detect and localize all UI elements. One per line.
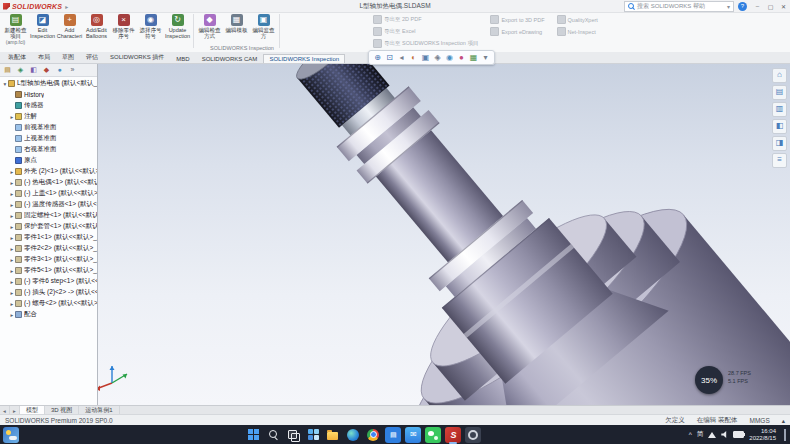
tree-item-2[interactable]: ▸注解 bbox=[0, 111, 97, 122]
ribbon-edit-inspection-method-button[interactable]: ◆编辑检查方式 bbox=[196, 12, 223, 39]
ribbon-tab-inspection[interactable]: SOLIDWORKS Inspection bbox=[263, 54, 345, 63]
ribbon-update-inspection-project-button[interactable]: ↻Update Inspection Project bbox=[164, 12, 191, 39]
display-manager-tab[interactable]: ● bbox=[54, 64, 65, 75]
file-explorer-tab[interactable]: ▥ bbox=[772, 102, 787, 117]
tree-item-10[interactable]: ▸(-) 温度传感器<1> (默认<<默认>_显 bbox=[0, 199, 97, 210]
ribbon-tab-cam[interactable]: SOLIDWORKS CAM bbox=[196, 54, 264, 63]
status-expand-caret-icon[interactable]: ▴ bbox=[782, 417, 785, 425]
hide-show-items-button[interactable]: ◉ bbox=[444, 52, 455, 63]
widgets-icon[interactable] bbox=[305, 427, 321, 443]
export-3d-pdf-button[interactable]: Export to 3D PDF bbox=[490, 15, 544, 24]
explorer-icon[interactable] bbox=[325, 427, 341, 443]
battery-icon[interactable] bbox=[733, 431, 744, 438]
search-caret-icon[interactable]: ▾ bbox=[727, 3, 730, 10]
dimxpert-manager-tab[interactable]: ◆ bbox=[41, 64, 52, 75]
design-library-tab[interactable]: ▤ bbox=[772, 85, 787, 100]
wechat-icon[interactable] bbox=[425, 427, 441, 443]
export-2d-pdf-button[interactable]: 导出至 2D PDF bbox=[373, 15, 478, 24]
help-search-box[interactable]: 搜索 SOLIDWORKS 帮助 ▾ bbox=[624, 1, 734, 12]
ribbon-edit-supervision-method-button[interactable]: ▣编辑监查方 bbox=[250, 12, 277, 39]
volume-icon[interactable] bbox=[721, 431, 728, 438]
custom-properties-tab[interactable]: ≡ bbox=[772, 153, 787, 168]
ribbon-tab-mbd[interactable]: MBD bbox=[170, 54, 195, 63]
chrome-icon[interactable] bbox=[365, 427, 381, 443]
tree-item-12[interactable]: ▸保护套管<1> (默认<<默认>_显示状 bbox=[0, 221, 97, 232]
start-icon[interactable] bbox=[245, 427, 261, 443]
taskview-icon[interactable] bbox=[285, 427, 301, 443]
tree-item-19[interactable]: ▸(-) 螺母<2> (默认<<默认>_显示状 bbox=[0, 298, 97, 309]
tree-item-14[interactable]: ▸零件2<2> (默认<<默认>_显示状态 bbox=[0, 243, 97, 254]
model-assembly[interactable] bbox=[183, 63, 790, 405]
ribbon-tab-evaluate[interactable]: 评估 bbox=[80, 51, 104, 63]
ribbon-remove-balloons-button[interactable]: ×移除零件序号 bbox=[110, 12, 137, 39]
export-edrawing-button[interactable]: Export eDrawing bbox=[490, 27, 544, 36]
apply-scene-button[interactable]: ▦ bbox=[468, 52, 479, 63]
model-3d-view[interactable] bbox=[0, 63, 790, 405]
previous-view-button[interactable]: ◂ bbox=[396, 52, 407, 63]
help-icon[interactable]: ? bbox=[738, 2, 747, 11]
maximize-button[interactable]: ▢ bbox=[764, 0, 777, 12]
search-icon[interactable] bbox=[265, 427, 281, 443]
display-style-button[interactable]: ◈ bbox=[432, 52, 443, 63]
edge-icon[interactable] bbox=[345, 427, 361, 443]
settings-icon[interactable] bbox=[465, 427, 481, 443]
solidworks-resources-tab[interactable]: ⌂ bbox=[772, 68, 787, 83]
featuremanager-tree-tab[interactable]: ▤ bbox=[2, 64, 13, 75]
tree-item-9[interactable]: ▸(-) 上盖<1> (默认<<默认>_显示状态 bbox=[0, 188, 97, 199]
tree-item-1[interactable]: 传感器 bbox=[0, 100, 97, 111]
ribbon-edit-template-button[interactable]: ▦编辑模板 bbox=[223, 12, 250, 33]
ribbon-tab-assembly[interactable]: 装配体 bbox=[2, 51, 32, 63]
ribbon-add-edit-balloons-button[interactable]: ◎Add/Edit Balloons bbox=[83, 12, 110, 39]
zoom-fit-button[interactable]: ⊕ bbox=[372, 52, 383, 63]
tree-root-item[interactable]: ▾L型轴加热电偶 (默认<默认_显示状态-1) bbox=[0, 78, 97, 89]
menu-expand-arrow-icon[interactable]: ▸ bbox=[65, 3, 68, 10]
view-settings-button[interactable]: ▾ bbox=[480, 52, 491, 63]
expand-panel-tab[interactable]: » bbox=[67, 64, 78, 75]
edit-appearance-button[interactable]: ● bbox=[456, 52, 467, 63]
export-inspection-project-button[interactable]: 导出至 SOLIDWORKS Inspection 项目 bbox=[373, 39, 478, 48]
graphics-area[interactable] bbox=[0, 63, 790, 405]
zoom-area-button[interactable]: ⊡ bbox=[384, 52, 395, 63]
ribbon-tab-sketch[interactable]: 草图 bbox=[56, 51, 80, 63]
ribbon-add-characteristic-button[interactable]: +Add Characteristic bbox=[56, 12, 83, 39]
export-excel-button[interactable]: 导出至 Excel bbox=[373, 27, 478, 36]
view-orientation-button[interactable]: ▣ bbox=[420, 52, 431, 63]
widgets-weather-icon[interactable] bbox=[3, 427, 19, 443]
section-view-button[interactable]: ◐ bbox=[408, 52, 419, 63]
taskbar-clock[interactable]: 16:04 2022/8/15 bbox=[749, 428, 776, 442]
input-language-indicator[interactable]: 简 bbox=[697, 430, 704, 439]
tree-item-4[interactable]: 上视基准面 bbox=[0, 133, 97, 144]
qualityxpert-button[interactable]: QualityXpert bbox=[557, 15, 598, 24]
tray-chevron-icon[interactable]: ^ bbox=[689, 431, 692, 438]
tree-item-5[interactable]: 右视基准面 bbox=[0, 144, 97, 155]
status-units[interactable]: MMGS bbox=[750, 417, 770, 424]
ribbon-edit-inspection-project-button[interactable]: ◪Edit Inspection bbox=[29, 12, 56, 39]
view-palette-tab[interactable]: ◧ bbox=[772, 119, 787, 134]
tree-item-13[interactable]: ▸零件1<1> (默认<<默认>_显示状态 bbox=[0, 232, 97, 243]
tree-item-7[interactable]: ▸外壳 (2)<1> (默认<<默认>_显示状态 bbox=[0, 166, 97, 177]
tree-item-3[interactable]: 前视基准面 bbox=[0, 122, 97, 133]
mail-icon[interactable] bbox=[405, 427, 421, 443]
network-icon[interactable] bbox=[708, 432, 716, 438]
appearances-tab[interactable]: ◨ bbox=[772, 136, 787, 151]
ribbon-select-balloon-symbol-button[interactable]: ◉选择序号符号 bbox=[137, 12, 164, 39]
tree-item-15[interactable]: ▸零件3<1> (默认<<默认>_显示状态 bbox=[0, 254, 97, 265]
ribbon-tab-addins[interactable]: SOLIDWORKS 插件 bbox=[104, 51, 170, 63]
tree-item-16[interactable]: ▸零件5<1> (默认<<默认>_显示状态 bbox=[0, 265, 97, 276]
solidworks-icon[interactable] bbox=[445, 427, 461, 443]
tree-item-20[interactable]: ▸配合 bbox=[0, 309, 97, 320]
minimize-button[interactable]: – bbox=[751, 0, 764, 12]
tree-item-17[interactable]: ▸(-) 零件6 step<1> (默认<<默认>_显 bbox=[0, 276, 97, 287]
ribbon-new-inspection-project-button[interactable]: ▤新建检查项目(amp.fci) bbox=[2, 12, 29, 46]
configuration-manager-tab[interactable]: ◧ bbox=[28, 64, 39, 75]
tree-item-18[interactable]: ▸(-) 插头 (2)<2> -> (默认<<默认>_显 bbox=[0, 287, 97, 298]
store-icon[interactable] bbox=[385, 427, 401, 443]
property-manager-tab[interactable]: ◈ bbox=[15, 64, 26, 75]
close-button[interactable]: ✕ bbox=[777, 0, 790, 12]
tree-item-11[interactable]: ▸固定螺栓<1> (默认<<默认>_显示状 bbox=[0, 210, 97, 221]
tree-item-0[interactable]: History bbox=[0, 89, 97, 100]
net-inspect-button[interactable]: Net-Inspect bbox=[557, 27, 598, 36]
tree-item-6[interactable]: 原点 bbox=[0, 155, 97, 166]
tree-item-8[interactable]: ▸(-) 热电偶<1> (默认<<默认>_显示状 bbox=[0, 177, 97, 188]
show-desktop-button[interactable] bbox=[784, 429, 786, 441]
